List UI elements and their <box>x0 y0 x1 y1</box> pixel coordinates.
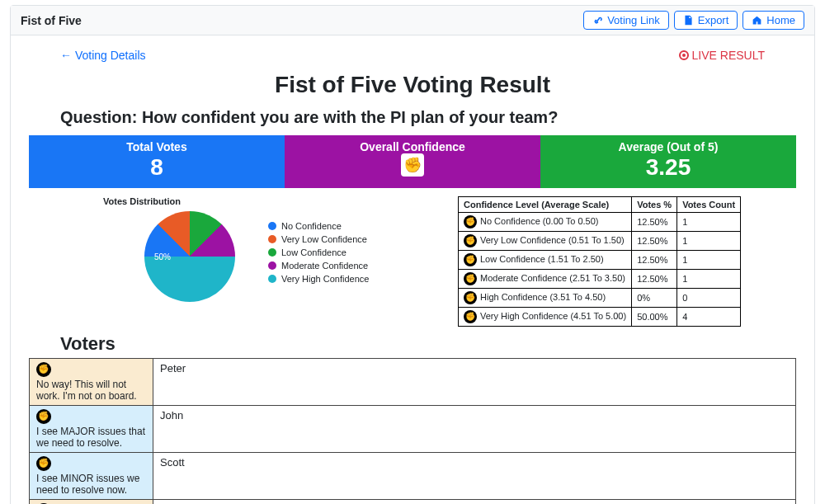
voter-desc: I see MAJOR issues that we need to resol… <box>36 426 146 449</box>
fist-icon: ✊ <box>464 234 477 247</box>
td-level: ✊Very High Confidence (4.51 To 5.00) <box>459 307 632 326</box>
legend-item: Very Low Confidence <box>268 234 369 244</box>
voting-link-label: Voting Link <box>607 14 660 26</box>
level-text: No Confidence (0.00 To 0.50) <box>480 216 599 226</box>
live-result-label: LIVE RESULT <box>692 49 765 62</box>
question-heading: Question: How confident you are with the… <box>60 108 765 127</box>
legend-label: Moderate Confidence <box>281 261 368 271</box>
td-pct: 12.50% <box>632 231 677 250</box>
chart-title: Votes Distribution <box>103 196 441 206</box>
legend-label: No Confidence <box>281 221 342 231</box>
link-icon <box>592 15 603 26</box>
stat-overall-confidence: Overall Confidence ✊ <box>285 135 540 188</box>
table-row: ✊Very Low Confidence (0.51 To 1.50)12.50… <box>459 231 741 250</box>
question-text: How confident you are with the PI plan o… <box>142 108 558 126</box>
export-button[interactable]: Export <box>674 11 738 30</box>
voter-vote-cell: ✊I see MINOR issues we need to resolve n… <box>30 452 153 499</box>
voting-link-button[interactable]: Voting Link <box>583 11 669 30</box>
stat-average-value: 3.25 <box>540 153 796 181</box>
fist-icon: ✊ <box>36 362 51 377</box>
voter-name: John <box>153 405 796 452</box>
td-count: 1 <box>677 212 741 231</box>
legend-item: No Confidence <box>268 221 369 231</box>
td-level: ✊Low Confidence (1.51 To 2.50) <box>459 250 632 269</box>
level-text: Very Low Confidence (0.51 To 1.50) <box>480 235 625 245</box>
td-count: 1 <box>677 269 741 288</box>
table-row: ✊Very High Confidence (4.51 To 5.00)50.0… <box>459 307 741 326</box>
legend-label: Very High Confidence <box>281 274 369 284</box>
legend-item: Low Confidence <box>268 247 369 257</box>
td-count: 1 <box>677 250 741 269</box>
stats-bar: Total Votes 8 Overall Confidence ✊ Avera… <box>29 135 796 188</box>
voters-heading: Voters <box>60 333 765 355</box>
td-count: 1 <box>677 231 741 250</box>
voter-desc: No way! This will not work. I'm not on b… <box>36 379 146 402</box>
td-level: ✊Moderate Confidence (2.51 To 3.50) <box>459 269 632 288</box>
legend-item: Very High Confidence <box>268 274 369 284</box>
level-text: Moderate Confidence (2.51 To 3.50) <box>480 273 625 283</box>
td-level: ✊High Confidence (3.51 To 4.50) <box>459 288 632 307</box>
legend-item: Moderate Confidence <box>268 261 369 271</box>
legend-swatch <box>268 275 276 283</box>
td-pct: 0% <box>632 288 677 307</box>
voter-vote-cell: ✊I see minor issues we can <box>30 499 153 504</box>
legend-swatch <box>268 248 276 257</box>
table-row: ✊Moderate Confidence (2.51 To 3.50)12.50… <box>459 269 741 288</box>
record-icon <box>679 50 689 60</box>
voter-desc: I see MINOR issues we need to resolve no… <box>36 473 146 496</box>
chart-legend: No ConfidenceVery Low ConfidenceLow Conf… <box>268 221 369 287</box>
confidence-table: Confidence Level (Average Scale) Votes %… <box>458 196 741 327</box>
home-button[interactable]: Home <box>742 11 804 30</box>
level-text: High Confidence (3.51 To 4.50) <box>480 292 606 302</box>
td-pct: 12.50% <box>632 250 677 269</box>
table-row: ✊High Confidence (3.51 To 4.50)0%0 <box>459 288 741 307</box>
voter-vote-cell: ✊No way! This will not work. I'm not on … <box>30 358 153 405</box>
td-count: 0 <box>677 288 741 307</box>
voting-details-link[interactable]: ← Voting Details <box>60 49 146 62</box>
fist-icon: ✊ <box>401 153 424 177</box>
td-level: ✊No Confidence (0.00 To 0.50) <box>459 212 632 231</box>
stat-total-votes-label: Total Votes <box>29 140 285 153</box>
legend-swatch <box>268 261 276 270</box>
stat-overall-confidence-label: Overall Confidence <box>285 140 540 153</box>
td-count: 4 <box>677 307 741 326</box>
fist-icon: ✊ <box>464 215 477 228</box>
home-label: Home <box>766 14 795 26</box>
fist-icon: ✊ <box>464 253 477 266</box>
level-text: Very High Confidence (4.51 To 5.00) <box>480 311 626 321</box>
voter-row: ✊I see minor issues we canAnonymous <box>30 499 796 504</box>
td-pct: 50.00% <box>632 307 677 326</box>
td-level: ✊Very Low Confidence (0.51 To 1.50) <box>459 231 632 250</box>
voter-row: ✊I see MINOR issues we need to resolve n… <box>30 452 796 499</box>
th-count: Votes Count <box>677 196 741 212</box>
voter-name: Peter <box>153 358 796 405</box>
home-icon <box>752 15 762 26</box>
legend-swatch <box>268 235 276 243</box>
pie-max-pct-label: 50% <box>154 252 171 261</box>
voter-row: ✊No way! This will not work. I'm not on … <box>30 358 796 405</box>
voter-name: Scott <box>153 452 796 499</box>
app-title: Fist of Five <box>21 14 82 27</box>
fist-icon: ✊ <box>36 409 51 424</box>
stat-average-label: Average (Out of 5) <box>540 140 796 153</box>
header-buttons: Voting Link Export Home <box>583 11 804 30</box>
th-pct: Votes % <box>632 196 677 212</box>
th-level: Confidence Level (Average Scale) <box>459 196 632 212</box>
legend-label: Very Low Confidence <box>281 234 367 244</box>
fist-icon: ✊ <box>464 291 477 304</box>
file-icon <box>683 15 694 26</box>
stat-average: Average (Out of 5) 3.25 <box>540 135 796 188</box>
stat-total-votes-value: 8 <box>29 153 285 181</box>
legend-swatch <box>268 222 276 230</box>
fist-icon: ✊ <box>36 456 51 471</box>
level-text: Low Confidence (1.51 To 2.50) <box>480 254 604 264</box>
page-title: Fist of Five Voting Result <box>27 72 798 98</box>
table-row: ✊No Confidence (0.00 To 0.50)12.50%1 <box>459 212 741 231</box>
td-pct: 12.50% <box>632 269 677 288</box>
voters-table: ✊No way! This will not work. I'm not on … <box>29 358 796 504</box>
voter-row: ✊I see MAJOR issues that we need to reso… <box>30 405 796 452</box>
stat-total-votes: Total Votes 8 <box>29 135 285 188</box>
td-pct: 12.50% <box>632 212 677 231</box>
voter-vote-cell: ✊I see MAJOR issues that we need to reso… <box>30 405 153 452</box>
page-header: Fist of Five Voting Link Export Home <box>11 6 814 35</box>
